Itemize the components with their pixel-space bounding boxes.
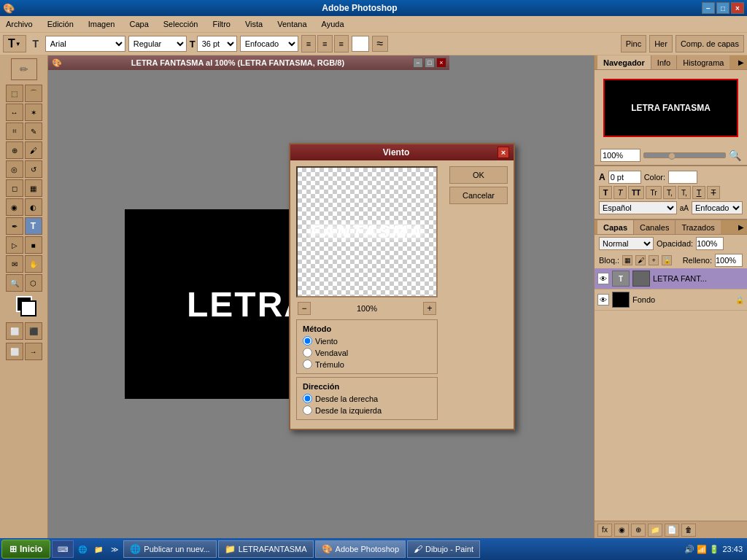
menu-edicion[interactable]: Edición bbox=[44, 18, 77, 30]
char-style-Tr[interactable]: Tr bbox=[646, 186, 662, 199]
menu-seleccion[interactable]: Selección bbox=[160, 18, 201, 30]
opacity-input[interactable] bbox=[696, 237, 724, 250]
new-group-button[interactable]: 📁 bbox=[648, 524, 662, 537]
shortcut-icon[interactable]: ≫ bbox=[107, 540, 122, 558]
quick-mask-button[interactable]: ⬜ bbox=[6, 322, 23, 340]
path-selection-tool[interactable]: ▷ bbox=[6, 236, 23, 254]
tab-histograma[interactable]: Histograma bbox=[677, 55, 729, 69]
char-style-Tsup[interactable]: T, bbox=[678, 186, 691, 199]
char-pt-input[interactable] bbox=[608, 171, 641, 184]
eyedropper-tool[interactable]: ✎ bbox=[25, 122, 42, 140]
method-tremulo-radio[interactable] bbox=[303, 359, 312, 369]
dodge-tool[interactable]: ◐ bbox=[25, 198, 42, 216]
char-color-swatch[interactable] bbox=[668, 171, 697, 184]
zoom-slider-thumb[interactable] bbox=[668, 152, 676, 160]
taskbar-item-2[interactable]: 🎨 Adobe Photoshop bbox=[315, 540, 406, 558]
lock-all-button[interactable]: 🔒 bbox=[662, 255, 672, 265]
type-tool-button[interactable]: T ▼ bbox=[3, 35, 26, 52]
minimize-button[interactable]: − bbox=[702, 2, 715, 14]
doc-close-button[interactable]: × bbox=[436, 58, 446, 68]
char-style-T1[interactable]: T bbox=[599, 186, 612, 199]
fill-input[interactable] bbox=[715, 254, 743, 267]
tool-preset[interactable]: ✏ bbox=[11, 58, 37, 80]
herramienta-button[interactable]: Her bbox=[649, 35, 673, 52]
direction-left-radio[interactable] bbox=[303, 405, 312, 415]
method-tremulo-option[interactable]: Trémulo bbox=[303, 359, 431, 369]
layers-collapse-icon[interactable]: ▶ bbox=[738, 223, 744, 231]
eraser-tool[interactable]: ◻ bbox=[6, 179, 23, 197]
window-controls[interactable]: − □ × bbox=[702, 2, 744, 14]
pincel-button[interactable]: Pinc bbox=[621, 35, 646, 52]
magic-wand-tool[interactable]: ✶ bbox=[25, 104, 42, 121]
type-orientation-icon[interactable]: T bbox=[32, 38, 39, 50]
tab-info[interactable]: Info bbox=[651, 55, 677, 69]
heal-tool[interactable]: ⊕ bbox=[6, 141, 23, 159]
pen-tool[interactable]: ✒ bbox=[6, 217, 23, 235]
layer-style-button[interactable]: fx bbox=[597, 524, 612, 537]
menu-imagen[interactable]: Imagen bbox=[85, 18, 118, 30]
type-tool[interactable]: T bbox=[25, 217, 42, 235]
align-center-button[interactable]: ≡ bbox=[317, 35, 332, 52]
history-brush-tool[interactable]: ↺ bbox=[25, 160, 42, 178]
zoom-slider[interactable] bbox=[643, 152, 726, 158]
clone-tool[interactable]: ◎ bbox=[6, 160, 23, 178]
dialog-close-button[interactable]: × bbox=[498, 147, 509, 158]
char-style-Tu[interactable]: T bbox=[692, 186, 705, 199]
screen-mode-button[interactable]: ⬜ bbox=[6, 343, 23, 360]
crop-tool[interactable]: ⌗ bbox=[6, 122, 23, 140]
tab-capas[interactable]: Capas bbox=[597, 220, 634, 234]
foreground-color[interactable] bbox=[16, 296, 32, 312]
marquee-tool[interactable]: ⬚ bbox=[6, 85, 23, 102]
taskbar-item-0[interactable]: 🌐 Publicar un nuev... bbox=[123, 540, 216, 558]
tab-trazados[interactable]: Trazados bbox=[676, 220, 720, 234]
direction-right-option[interactable]: Desde la derecha bbox=[303, 394, 431, 403]
menu-filtro[interactable]: Filtro bbox=[209, 18, 233, 30]
delete-layer-button[interactable]: 🗑 bbox=[681, 524, 696, 537]
char-style-Ts[interactable]: T bbox=[707, 186, 720, 199]
char-style-T2[interactable]: T bbox=[614, 186, 627, 199]
taskbar-item-1[interactable]: 📁 LETRAFANTASMA bbox=[218, 540, 314, 558]
font-family-select[interactable]: Arial bbox=[45, 36, 125, 52]
direction-right-radio[interactable] bbox=[303, 394, 312, 403]
hand-tool[interactable]: ✋ bbox=[25, 255, 42, 273]
layer-item-text[interactable]: 👁 T LETRA FANT... bbox=[595, 268, 747, 289]
comp-capas-button[interactable]: Comp. de capas bbox=[676, 35, 744, 52]
doc-minimize-button[interactable]: − bbox=[413, 58, 423, 68]
zoom-plus-button[interactable]: + bbox=[423, 302, 436, 315]
cancel-button[interactable]: Cancelar bbox=[449, 187, 508, 204]
layer-eye-fondo[interactable]: 👁 bbox=[597, 294, 609, 306]
go-to-cs-button[interactable]: → bbox=[25, 343, 42, 360]
blend-mode-select[interactable]: Normal bbox=[599, 237, 654, 250]
char-style-TT[interactable]: TT bbox=[628, 186, 644, 199]
move-tool[interactable]: ↔ bbox=[6, 104, 23, 121]
ok-button[interactable]: OK bbox=[449, 166, 508, 184]
lasso-tool[interactable]: ⌒ bbox=[25, 85, 42, 102]
language-select[interactable]: Español bbox=[599, 201, 677, 214]
shape-tool[interactable]: ■ bbox=[25, 236, 42, 254]
font-size-select[interactable]: 36 pt bbox=[197, 36, 237, 52]
gradient-tool[interactable]: ▦ bbox=[25, 179, 42, 197]
menu-ayuda[interactable]: Ayuda bbox=[319, 18, 347, 30]
start-button[interactable]: ⊞ Inicio bbox=[1, 540, 50, 559]
mask-button[interactable]: ⬛ bbox=[25, 322, 42, 340]
menu-ventana[interactable]: Ventana bbox=[274, 18, 309, 30]
aa-select[interactable]: Enfocado bbox=[692, 201, 743, 214]
font-style-select[interactable]: Regular bbox=[128, 36, 187, 52]
doc-maximize-button[interactable]: □ bbox=[425, 58, 435, 68]
blur-tool[interactable]: ◉ bbox=[6, 198, 23, 216]
method-viento-option[interactable]: Viento bbox=[303, 336, 431, 346]
method-vendaval-option[interactable]: Vendaval bbox=[303, 348, 431, 357]
new-layer-button[interactable]: 📄 bbox=[665, 524, 679, 537]
close-button[interactable]: × bbox=[731, 2, 744, 14]
direction-left-option[interactable]: Desde la izquierda bbox=[303, 405, 431, 415]
layer-item-fondo[interactable]: 👁 Fondo 🔒 bbox=[595, 289, 747, 311]
method-viento-radio[interactable] bbox=[303, 336, 312, 346]
folder-icon[interactable]: 📁 bbox=[91, 540, 106, 558]
brush-tool[interactable]: 🖌 bbox=[25, 141, 42, 159]
lock-position-button[interactable]: + bbox=[649, 255, 659, 265]
taskbar-item-3[interactable]: 🖌 Dibujo - Paint bbox=[407, 540, 480, 558]
add-mask-button[interactable]: ◉ bbox=[614, 524, 629, 537]
lock-transparent-button[interactable]: ▦ bbox=[622, 255, 632, 265]
warp-text-button[interactable]: ≈ bbox=[372, 36, 388, 52]
maximize-button[interactable]: □ bbox=[716, 2, 729, 14]
